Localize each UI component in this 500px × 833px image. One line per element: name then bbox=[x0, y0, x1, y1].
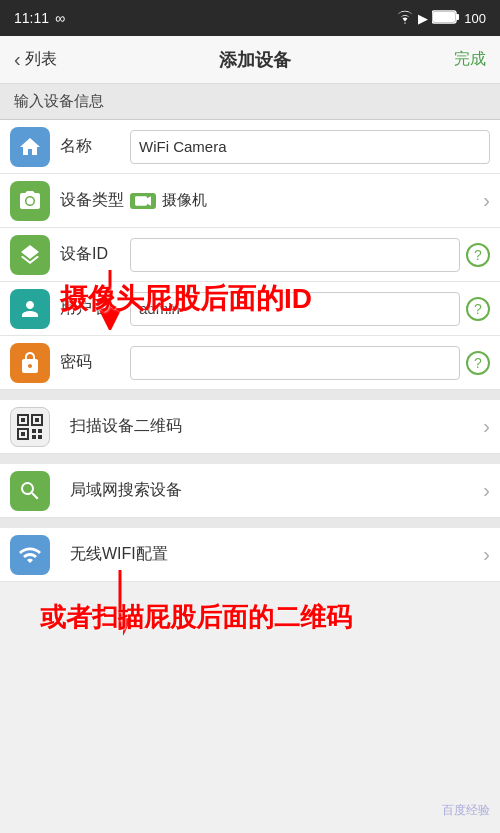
svg-rect-1 bbox=[433, 12, 455, 22]
scan-qr-label: 扫描设备二维码 bbox=[70, 416, 475, 437]
bt-icon: ▶ bbox=[418, 11, 428, 26]
wifi-status-icon bbox=[396, 10, 414, 27]
search-icon bbox=[18, 479, 42, 503]
wifi-icon-bg bbox=[10, 535, 50, 575]
device-id-row: 设备ID ? bbox=[0, 228, 500, 282]
device-id-input[interactable] bbox=[130, 238, 460, 272]
svg-marker-5 bbox=[147, 196, 151, 205]
device-type-label: 设备类型 bbox=[60, 190, 130, 211]
scan-qr-row[interactable]: 扫描设备二维码 › bbox=[0, 400, 500, 454]
nav-bar: ‹ 列表 添加设备 完成 bbox=[0, 36, 500, 84]
wifi-config-label: 无线WIFI配置 bbox=[70, 544, 475, 565]
svg-rect-7 bbox=[21, 418, 25, 422]
battery-percent: 100 bbox=[464, 11, 486, 26]
password-help-button[interactable]: ? bbox=[466, 351, 490, 375]
device-type-text: 摄像机 bbox=[162, 191, 207, 210]
password-label: 密码 bbox=[60, 352, 130, 373]
lan-search-chevron-icon: › bbox=[483, 479, 490, 502]
qr-icon-bg bbox=[10, 407, 50, 447]
username-label: 用户名 bbox=[60, 298, 130, 319]
person-icon-bg bbox=[10, 289, 50, 329]
camera-device-icon bbox=[18, 189, 42, 213]
name-input[interactable] bbox=[130, 130, 490, 164]
nav-title: 添加设备 bbox=[219, 48, 291, 72]
device-id-label: 设备ID bbox=[60, 244, 130, 265]
annotation-text2: 或者扫描屁股后面的二维码 bbox=[40, 600, 352, 635]
svg-point-3 bbox=[27, 197, 34, 204]
divider1 bbox=[0, 390, 500, 400]
username-input[interactable] bbox=[130, 292, 460, 326]
camera-small-icon bbox=[130, 193, 156, 209]
device-type-chevron-icon: › bbox=[483, 189, 490, 212]
layers-icon bbox=[18, 243, 42, 267]
signal-icon: ∞ bbox=[55, 10, 65, 26]
person-icon bbox=[18, 297, 42, 321]
search-icon-bg bbox=[10, 471, 50, 511]
form-container: 名称 设备类型 摄像机 › 设备ID ? bbox=[0, 120, 500, 390]
svg-rect-4 bbox=[135, 196, 147, 205]
battery-icon bbox=[432, 10, 460, 27]
username-row: 用户名 ? bbox=[0, 282, 500, 336]
wifi-config-chevron-icon: › bbox=[483, 543, 490, 566]
watermark: 百度经验 bbox=[442, 802, 490, 819]
wifi-icon bbox=[18, 543, 42, 567]
name-label: 名称 bbox=[60, 136, 130, 157]
svg-rect-15 bbox=[38, 435, 42, 439]
password-input[interactable] bbox=[130, 346, 460, 380]
status-left: 11:11 ∞ bbox=[14, 10, 65, 26]
svg-rect-2 bbox=[456, 14, 459, 20]
wifi-config-row[interactable]: 无线WIFI配置 › bbox=[0, 528, 500, 582]
device-id-help-button[interactable]: ? bbox=[466, 243, 490, 267]
status-right: ▶ 100 bbox=[396, 10, 486, 27]
section-header: 输入设备信息 bbox=[0, 84, 500, 120]
home-icon bbox=[18, 135, 42, 159]
scan-qr-chevron-icon: › bbox=[483, 415, 490, 438]
lock-icon-bg bbox=[10, 343, 50, 383]
lan-search-row[interactable]: 局域网搜索设备 › bbox=[0, 464, 500, 518]
device-type-value: 摄像机 bbox=[130, 191, 475, 210]
password-row: 密码 ? bbox=[0, 336, 500, 390]
name-row: 名称 bbox=[0, 120, 500, 174]
svg-rect-11 bbox=[21, 432, 25, 436]
back-chevron-icon: ‹ bbox=[14, 48, 21, 71]
divider2 bbox=[0, 454, 500, 464]
time-display: 11:11 bbox=[14, 10, 49, 26]
svg-rect-13 bbox=[38, 429, 42, 433]
lock-icon bbox=[18, 351, 42, 375]
qr-code-icon bbox=[16, 413, 44, 441]
svg-rect-12 bbox=[32, 429, 36, 433]
status-bar: 11:11 ∞ ▶ 100 bbox=[0, 0, 500, 36]
username-help-button[interactable]: ? bbox=[466, 297, 490, 321]
svg-rect-9 bbox=[35, 418, 39, 422]
back-label: 列表 bbox=[25, 49, 57, 70]
done-button[interactable]: 完成 bbox=[454, 49, 486, 70]
back-button[interactable]: ‹ 列表 bbox=[14, 48, 57, 71]
svg-rect-14 bbox=[32, 435, 36, 439]
camera-icon-bg bbox=[10, 181, 50, 221]
home-icon-bg bbox=[10, 127, 50, 167]
layers-icon-bg bbox=[10, 235, 50, 275]
divider3 bbox=[0, 518, 500, 528]
device-type-row[interactable]: 设备类型 摄像机 › bbox=[0, 174, 500, 228]
lan-search-label: 局域网搜索设备 bbox=[70, 480, 475, 501]
